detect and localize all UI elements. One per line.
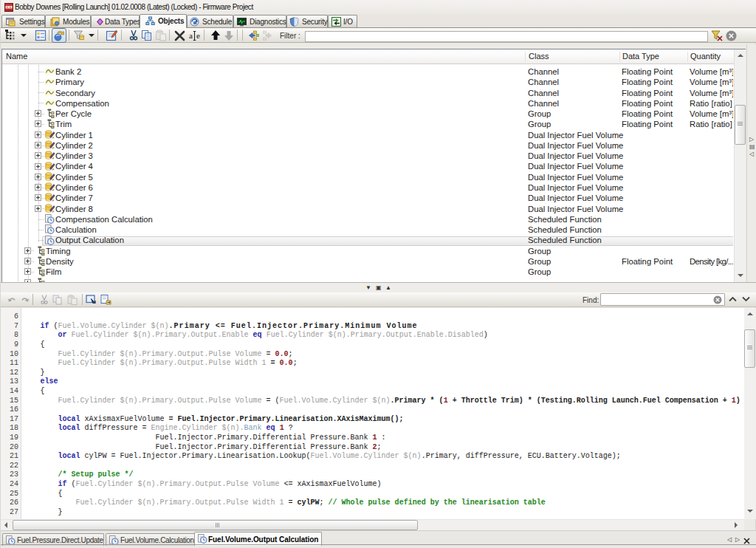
- svg-text:a: a: [189, 31, 193, 40]
- svg-text:e: e: [196, 31, 200, 40]
